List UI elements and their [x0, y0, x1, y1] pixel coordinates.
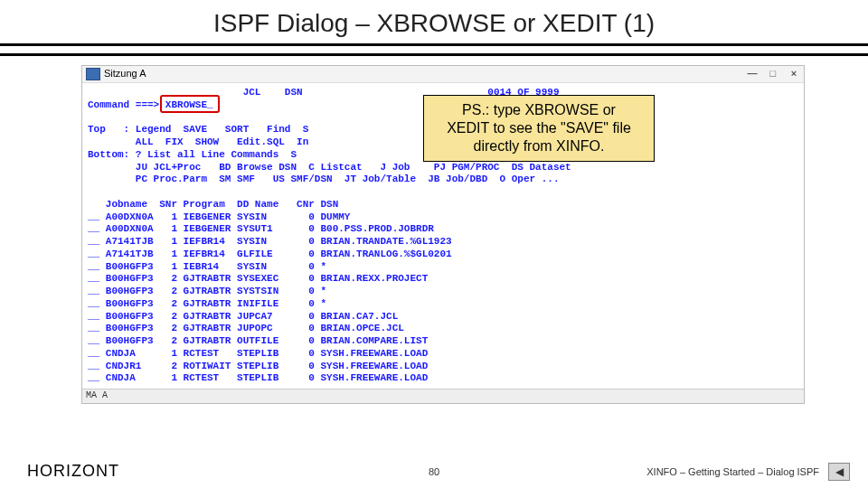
table-row[interactable]: __ CNDJR1 2 ROTIWAIT STEPLIB 0 SYSH.FREE…	[88, 361, 428, 371]
column-header: Jobname SNr Program DD Name CNr DSN	[88, 199, 338, 210]
session-label: Sitzung A	[104, 68, 146, 80]
page-number: 80	[429, 466, 439, 477]
table-row[interactable]: __ A00DXN0A 1 IEBGENER SYSUT1 0 B00.PSS.…	[88, 223, 434, 234]
window-titlebar: Sitzung A — □ ×	[82, 66, 804, 83]
footer-right-label: XINFO – Getting Started – Dialog ISPF	[646, 466, 819, 477]
table-row[interactable]: __ B00HGFP3 2 GJTRABTR JUPCA7 0 BRIAN.CA…	[88, 311, 398, 322]
command-input[interactable]: XBROWSE_	[165, 99, 213, 110]
table-row[interactable]: __ A00DXN0A 1 IEBGENER SYSIN 0 DUMMY	[88, 211, 350, 222]
table-row[interactable]: __ B00HGFP3 2 GJTRABTR OUTFILE 0 BRIAN.C…	[88, 335, 428, 346]
close-button[interactable]: ×	[788, 68, 800, 80]
table-row[interactable]: __ B00HGFP3 2 GJTRABTR SYSEXEC 0 BRIAN.R…	[88, 273, 428, 284]
footer: HORIZONT 80 XINFO – Getting Started – Di…	[0, 462, 868, 481]
divider	[0, 53, 868, 56]
prev-icon[interactable]: ◀	[828, 463, 850, 481]
table-row[interactable]: __ B00HGFP3 2 GJTRABTR JUPOPC 0 BRIAN.OP…	[88, 323, 404, 333]
table-row[interactable]: __ B00HGFP3 2 GJTRABTR SYSTSIN 0 *	[88, 286, 326, 296]
app-icon	[86, 68, 100, 80]
brand-label: HORIZONT	[0, 462, 119, 481]
page-title: ISPF Dialog – XBROWSE or XEDIT (1)	[0, 0, 868, 43]
table-row[interactable]: __ B00HGFP3 1 IEBR14 SYSIN 0 *	[88, 261, 326, 272]
status-bar: MA A	[82, 389, 804, 403]
table-row[interactable]: __ B00HGFP3 2 GJTRABTR INIFILE 0 *	[88, 298, 326, 309]
table-row[interactable]: __ A7141TJB 1 IEFBR14 GLFILE 0 BRIAN.TRA…	[88, 249, 452, 259]
table-row[interactable]: __ CNDJA 1 RCTEST STEPLIB 0 SYSH.FREEWAR…	[88, 372, 428, 383]
table-row[interactable]: __ A7141TJB 1 IEFBR14 SYSIN 0 BRIAN.TRAN…	[88, 236, 452, 247]
table-row[interactable]: __ CNDJA 1 RCTEST STEPLIB 0 SYSH.FREEWAR…	[88, 348, 428, 359]
callout-note: PS.: type XBROWSE or XEDIT to see the "S…	[423, 95, 655, 162]
divider	[0, 43, 868, 46]
command-label: Command ===>	[88, 99, 159, 110]
minimize-button[interactable]: —	[746, 68, 759, 80]
maximize-button[interactable]: □	[767, 68, 779, 80]
